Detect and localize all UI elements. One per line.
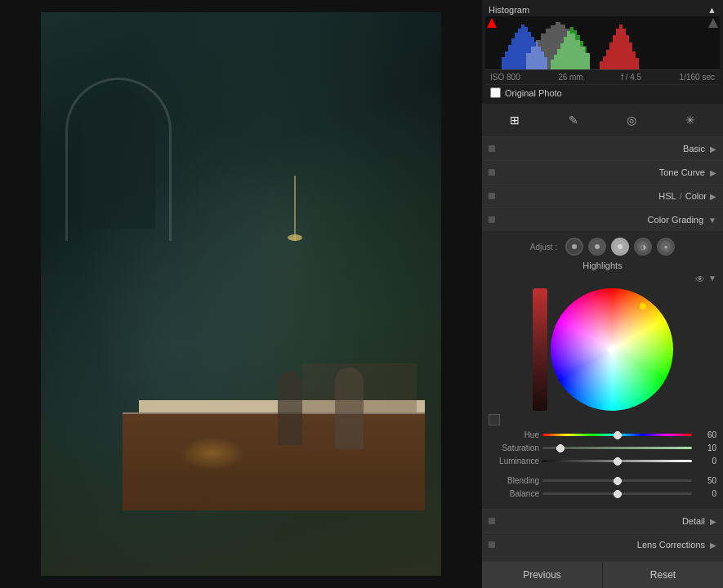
hsl-dot — [489, 193, 495, 199]
svg-rect-47 — [570, 33, 575, 69]
shadows-btn-inner — [572, 244, 577, 249]
previous-button[interactable]: Previous — [482, 562, 603, 588]
svg-rect-41 — [541, 33, 546, 69]
heal-tool-icon[interactable]: ✎ — [562, 109, 585, 131]
balance-label: Balance — [489, 489, 539, 498]
midtones-btn-inner — [595, 244, 600, 249]
ceiling-lamp — [294, 176, 296, 241]
detail-dot — [489, 518, 495, 524]
photo-container — [41, 12, 441, 576]
svg-rect-43 — [551, 25, 556, 69]
svg-rect-5 — [518, 29, 521, 69]
hue-row: Hue 60 — [489, 430, 716, 439]
tone-curve-dot — [489, 169, 495, 176]
color-grading-section: Color Grading ▼ Adjust : — [482, 208, 723, 510]
balance-track[interactable] — [542, 492, 692, 495]
color-grading-header[interactable]: Color Grading ▼ — [482, 208, 723, 231]
warm-light — [180, 437, 245, 470]
balance-row: Balance 0 — [489, 489, 716, 498]
svg-rect-42 — [546, 29, 551, 69]
adjust-row: Adjust : ◑ ● — [489, 238, 716, 256]
svg-rect-31 — [616, 29, 619, 69]
hsl-section-header[interactable]: HSL / Color ▶ — [482, 185, 723, 207]
all-btn[interactable]: ● — [657, 238, 675, 256]
basic-section-header[interactable]: Basic ▶ — [482, 137, 723, 160]
svg-rect-1 — [505, 51, 508, 69]
preset-tool-icon[interactable]: ✳ — [679, 109, 702, 131]
blending-thumb[interactable] — [614, 477, 622, 485]
histogram-header: Histogram ▲ — [485, 3, 720, 16]
basic-dot — [489, 145, 495, 152]
luminance-thumb[interactable] — [614, 457, 622, 466]
svg-rect-29 — [609, 42, 613, 69]
tone-curve-title: Tone Curve — [659, 167, 705, 177]
histogram-chart — [485, 16, 720, 69]
tone-curve-chevron: ▶ — [710, 168, 716, 177]
luminance-track[interactable] — [542, 460, 692, 462]
hue-thumb[interactable] — [614, 431, 622, 439]
svg-rect-34 — [626, 35, 629, 69]
dropdown-arrow-icon[interactable]: ▼ — [708, 274, 716, 285]
lens-corrections-chevron: ▶ — [710, 541, 716, 550]
svg-rect-27 — [603, 56, 606, 69]
highlights-btn[interactable] — [611, 238, 629, 256]
hsl-color-label: Color — [685, 191, 707, 201]
svg-rect-28 — [606, 50, 609, 69]
arch-inner — [82, 90, 155, 229]
color-patch-row — [489, 414, 716, 425]
eye-icon[interactable]: 👁 — [695, 274, 705, 285]
hsl-separator: / — [680, 191, 682, 201]
basic-title: Basic — [683, 144, 705, 154]
wheel-position-dot — [640, 303, 646, 310]
svg-rect-46 — [565, 29, 570, 69]
blending-value: 50 — [695, 476, 716, 485]
counter — [123, 412, 425, 510]
svg-rect-33 — [623, 29, 626, 69]
luminance-row: Luminance 0 — [489, 457, 716, 466]
color-grading-dot — [489, 216, 495, 223]
highlights-btn-inner — [618, 244, 623, 249]
redeye-tool-icon[interactable]: ◎ — [620, 109, 643, 131]
midtones-btn[interactable] — [588, 238, 606, 256]
tone-curve-header[interactable]: Tone Curve ▶ — [482, 161, 723, 184]
hue-value: 60 — [695, 430, 716, 439]
histogram-expand-icon[interactable]: ▲ — [707, 5, 716, 15]
figure-1 — [278, 372, 302, 445]
svg-rect-6 — [521, 24, 524, 69]
right-panel: Histogram ▲ — [482, 0, 723, 588]
hue-track[interactable] — [542, 434, 692, 436]
balance-thumb[interactable] — [614, 490, 622, 498]
shadows-btn[interactable] — [565, 238, 583, 256]
svg-rect-32 — [619, 24, 623, 69]
color-grading-content: Adjust : ◑ ● Highlights — [482, 231, 723, 509]
saturation-track[interactable] — [542, 447, 692, 449]
svg-rect-40 — [536, 40, 541, 69]
focal-length: 26 mm — [558, 73, 583, 82]
crop-tool-icon[interactable]: ⊞ — [503, 109, 526, 131]
detail-header[interactable]: Detail ▶ — [482, 510, 723, 532]
panel-scroll[interactable]: Basic ▶ Tone Curve ▶ — [482, 137, 723, 561]
original-photo-row: Original Photo — [485, 84, 720, 100]
photo-panel — [0, 0, 482, 588]
lens-corrections-title: Lens Corrections — [637, 540, 705, 550]
adjust-label: Adjust : — [530, 243, 557, 252]
original-photo-label: Original Photo — [505, 88, 562, 98]
original-photo-checkbox[interactable] — [490, 87, 501, 98]
color-patch[interactable] — [489, 414, 500, 425]
lens-corrections-header[interactable]: Lens Corrections ▶ — [482, 533, 723, 556]
reset-button[interactable]: Reset — [603, 562, 723, 588]
svg-rect-26 — [600, 61, 603, 69]
color-wheel[interactable] — [551, 288, 673, 411]
saturation-value: 10 — [695, 443, 716, 452]
saturation-thumb[interactable] — [556, 444, 565, 452]
luminosity-btn[interactable]: ◑ — [634, 238, 652, 256]
color-grading-chevron: ▼ — [708, 216, 716, 225]
active-wheel-label: Highlights — [489, 261, 716, 270]
blending-track[interactable] — [542, 479, 692, 482]
sliders-area: Hue 60 Saturation 10 — [489, 430, 716, 498]
basic-chevron: ▶ — [710, 145, 716, 154]
svg-rect-35 — [629, 42, 632, 69]
saturation-label: Saturation — [489, 443, 539, 452]
tone-curve-section: Tone Curve ▶ — [482, 161, 723, 185]
svg-rect-2 — [508, 45, 511, 69]
